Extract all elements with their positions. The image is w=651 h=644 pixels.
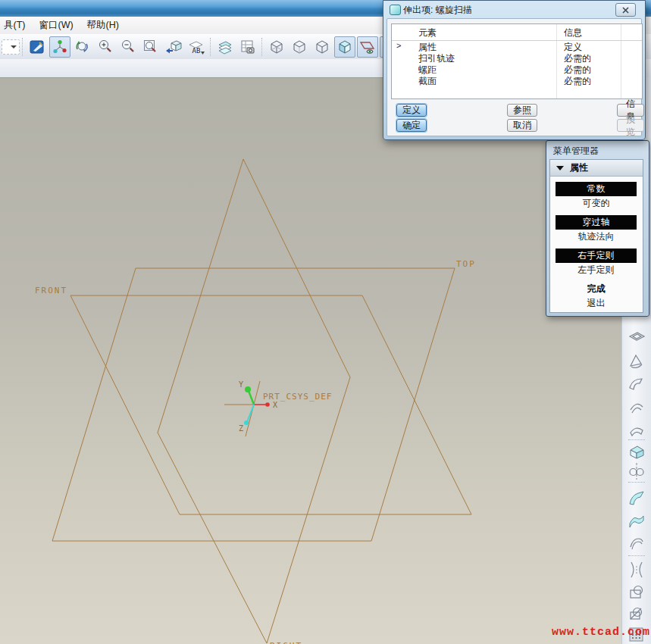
- repaint-icon[interactable]: [27, 36, 48, 58]
- x-axis-label: X: [273, 401, 277, 409]
- x-axis-tip: [265, 402, 270, 407]
- section-header-attributes[interactable]: 属性: [550, 160, 643, 177]
- zoom-out-icon[interactable]: [117, 36, 139, 58]
- menu-group: 右手定则左手定则: [556, 249, 643, 277]
- draft-tool-icon[interactable]: [627, 604, 646, 624]
- toolbar-separator: [261, 38, 263, 56]
- info-cell: 必需的: [564, 75, 591, 88]
- element-table: 元素 信息 >属性定义扫引轨迹必需的螺距必需的截面必需的: [391, 23, 643, 99]
- element-column-header: 元素: [418, 27, 437, 39]
- z-axis-tip: [244, 420, 249, 425]
- define-button[interactable]: 定义: [396, 104, 427, 117]
- hidden-line-icon[interactable]: [289, 36, 310, 58]
- watermark-text: www.ttcad.com: [552, 626, 650, 639]
- element-row[interactable]: 截面必需的: [392, 75, 642, 86]
- menu-item[interactable]: 右手定则: [556, 249, 637, 263]
- menu-tools[interactable]: 具(T): [0, 17, 32, 34]
- element-cell: 截面: [418, 75, 437, 88]
- surface-revolve-icon[interactable]: [627, 352, 646, 371]
- cancel-button[interactable]: 取消: [507, 119, 537, 132]
- element-row[interactable]: >属性定义: [392, 41, 642, 52]
- annotation-icon[interactable]: AB: [186, 36, 207, 58]
- info-column-header: 信息: [564, 27, 582, 39]
- chamfer-tool-icon[interactable]: [627, 583, 646, 602]
- dialog-title: 伸出项: 螺旋扫描: [403, 4, 472, 17]
- menu-group: 穿过轴轨迹法向: [556, 215, 643, 244]
- menu-window[interactable]: 窗口(W): [32, 17, 80, 34]
- svg-text:AB: AB: [192, 47, 201, 55]
- menu-item[interactable]: 轨迹法向: [556, 230, 637, 244]
- y-axis-label: Y: [239, 380, 243, 389]
- front-plane-label: FRONT: [35, 286, 67, 295]
- surface-blend-icon[interactable]: [627, 397, 646, 417]
- z-axis: [247, 405, 254, 422]
- menu-item[interactable]: 可变的: [556, 196, 637, 211]
- menu-item[interactable]: 常数: [556, 182, 637, 196]
- dialog-titlebar[interactable]: 伸出项: 螺旋扫描: [383, 1, 645, 17]
- menu-help[interactable]: 帮助(H): [80, 17, 126, 34]
- menu-group: 完成退出: [556, 282, 643, 311]
- toolbar-separator: [628, 555, 645, 556]
- wireframe-view: TOP FRONT RIGHT PRT_CSYS_DEF X Y Z: [0, 78, 622, 644]
- shaded-icon[interactable]: [334, 36, 355, 58]
- refit-icon[interactable]: [140, 36, 161, 58]
- datum-planes-toggle[interactable]: [357, 36, 378, 58]
- spin-center-icon[interactable]: [49, 36, 70, 58]
- y-axis-tip: [245, 386, 251, 392]
- table-header: 元素 信息: [392, 24, 642, 41]
- application-window: 具(T) 窗口(W) 帮助(H) AB: [0, 0, 651, 644]
- close-button[interactable]: [615, 3, 636, 17]
- extrude-tool-icon[interactable]: [627, 442, 646, 462]
- zoom-in-icon[interactable]: [95, 36, 116, 58]
- row-selected-marker: >: [396, 41, 401, 50]
- surface-style-icon[interactable]: [627, 420, 646, 439]
- orient-mode-icon[interactable]: [72, 36, 93, 58]
- revolve-tool-icon[interactable]: [627, 461, 646, 481]
- triangle-collapse-icon: [556, 166, 564, 174]
- surface-extrude-icon[interactable]: [627, 329, 646, 349]
- menu-group: 常数可变的: [556, 182, 643, 211]
- z-axis-label: Z: [239, 424, 243, 433]
- dialog-body: 元素 信息 >属性定义扫引轨迹必需的螺距必需的截面必需的 定义 参照 信息 确定…: [387, 18, 642, 136]
- graphics-canvas[interactable]: TOP FRONT RIGHT PRT_CSYS_DEF X Y Z: [0, 77, 622, 644]
- wireframe-icon[interactable]: [266, 36, 287, 58]
- toolbar-separator: [22, 38, 23, 56]
- round-tool-icon[interactable]: [627, 560, 646, 580]
- helical-sweep-dialog: 伸出项: 螺旋扫描 元素 信息 >属性定义扫引轨迹必需的螺距必需的截面必需的 定…: [383, 0, 646, 140]
- y-axis: [249, 391, 254, 405]
- chevron-down-icon: [11, 45, 17, 52]
- no-hidden-icon[interactable]: [311, 36, 333, 58]
- model-tree-icon[interactable]: [237, 36, 258, 58]
- element-row[interactable]: 螺距必需的: [392, 64, 642, 75]
- toolbar-separator: [628, 482, 645, 483]
- view-combo[interactable]: [2, 39, 20, 55]
- menu-manager-title[interactable]: 菜单管理器: [553, 145, 599, 158]
- right-plane-label: RIGHT: [270, 641, 302, 644]
- surface-sweep-icon[interactable]: [627, 374, 646, 394]
- boundary-blend-icon[interactable]: [627, 511, 646, 531]
- menu-item[interactable]: 穿过轴: [556, 215, 637, 230]
- dialog-icon: [390, 5, 401, 15]
- saved-views-icon[interactable]: [163, 36, 184, 58]
- refs-button[interactable]: 参照: [507, 104, 537, 117]
- section-label: 属性: [570, 161, 588, 174]
- menu-item[interactable]: 完成: [556, 282, 637, 296]
- menu-item[interactable]: 退出: [556, 296, 637, 311]
- datum-plane-front[interactable]: [70, 295, 471, 514]
- toolbar-separator: [210, 38, 211, 56]
- toolbar-separator: [628, 439, 645, 440]
- sweep-tool-icon[interactable]: [627, 489, 646, 508]
- menu-manager-body: 属性 常数可变的穿过轴轨迹法向右手定则左手定则完成退出: [549, 159, 643, 313]
- style-tool-icon[interactable]: [627, 533, 646, 553]
- menu-item[interactable]: 左手定则: [556, 263, 637, 277]
- ok-button[interactable]: 确定: [396, 119, 427, 132]
- layers-icon[interactable]: [214, 36, 236, 58]
- menu-manager: 菜单管理器 属性 常数可变的穿过轴轨迹法向右手定则左手定则完成退出: [546, 140, 649, 317]
- top-plane-label: TOP: [456, 259, 476, 269]
- preview-button[interactable]: 预览: [617, 119, 644, 132]
- element-row[interactable]: 扫引轨迹必需的: [392, 52, 642, 64]
